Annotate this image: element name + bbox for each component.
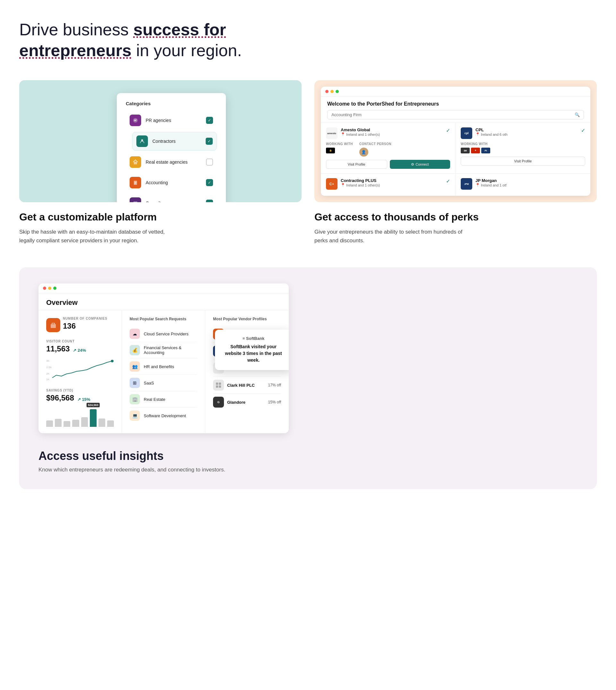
- visitor-value: 11,563: [46, 344, 70, 353]
- amesto-name: Amesto Global: [341, 127, 380, 132]
- vendor-profiles-title: Most Popular Vendor Profiles: [213, 317, 281, 321]
- insights-dot-maximize: [53, 286, 57, 290]
- feature-screenshot-right: Welcome to the PorterShed for Entreprene…: [314, 80, 597, 202]
- bar-5: [81, 417, 88, 427]
- svg-rect-2: [134, 121, 136, 121]
- svg-point-0: [133, 118, 138, 123]
- vendor-top-cpl: cpl CPL 📍 Ireland and 6 oth ✓: [461, 127, 585, 139]
- feature-desc-left: Skip the hassle with an easy-to-maintain…: [19, 228, 180, 245]
- cpl-name: CPL: [476, 127, 508, 132]
- cat-item-accounting: Accounting ✓: [126, 174, 217, 192]
- cat-check-consultancy: ✓: [206, 200, 213, 202]
- svg-text:2.5K: 2.5K: [46, 366, 52, 369]
- contracting-check: ✓: [446, 178, 450, 184]
- svg-text:1K: 1K: [46, 379, 50, 381]
- sr-label-2: Financial Services & Accounting: [144, 345, 197, 355]
- cat-label-pr: PR agencies: [146, 118, 201, 123]
- mockup-header: Welcome to the PorterShed for Entreprene…: [321, 96, 590, 123]
- insights-title: Access useful insights: [39, 449, 577, 463]
- visitor-value-row: 11,563 ↗ 24%: [46, 344, 114, 356]
- contracting-name: Contracting PLUS: [341, 178, 380, 183]
- overview-grid: NUMBER OF COMPANIES 136 VISITOR COUNT 11…: [39, 310, 289, 433]
- cpl-location: 📍 Ireland and 6 oth: [476, 132, 508, 136]
- amesto-working-label: WORKING WITH: [326, 142, 353, 146]
- dot-minimize: [330, 90, 334, 93]
- vp-logo-glandore: G: [213, 397, 224, 408]
- sr-label-1: Cloud Service Providers: [144, 331, 188, 336]
- sr-icon-5: 🏢: [130, 394, 140, 404]
- location-icon-jpmorgan: 📍: [476, 183, 480, 187]
- visitor-stat: VISITOR COUNT 11,563 ↗ 24% 3K 2.5K 2K 1K: [46, 340, 114, 385]
- tooltip-logo: ≡ SoftBank: [222, 336, 285, 341]
- amesto-logo: amesto: [326, 127, 337, 139]
- partner-logo-1: 🔒: [326, 148, 335, 153]
- visitor-label: VISITOR COUNT: [46, 340, 114, 343]
- feature-card-left: Categories PR agencies ✓ Contractors ✓: [19, 80, 302, 245]
- bar-1: [46, 421, 53, 427]
- amesto-partners: 🔒: [326, 148, 353, 153]
- tooltip-text: SoftBank visited your website 3 times in…: [222, 343, 285, 364]
- sr-item-4: ⊞ SaaS: [130, 375, 197, 391]
- cat-icon-accounting: [130, 177, 141, 188]
- svg-rect-7: [134, 183, 136, 183]
- svg-rect-4: [134, 162, 137, 164]
- savings-stat: SAVINGS (YTD) $96,568 ↗ 15% $24,563: [46, 389, 114, 427]
- overview-col-vendors: Most Popular Vendor Profiles C+ Contract…: [205, 310, 289, 433]
- amesto-visit-btn[interactable]: Visit Profile: [326, 160, 387, 169]
- dot-maximize: [336, 90, 339, 93]
- svg-point-14: [111, 360, 114, 362]
- location-icon-contracting: 📍: [341, 183, 345, 187]
- cat-check-pr: ✓: [206, 117, 213, 124]
- feature-title-right: Get access to thousands of perks: [314, 211, 597, 223]
- cat-item-pr: PR agencies ✓: [126, 111, 217, 129]
- jpmorgan-logo: JPM: [461, 178, 472, 190]
- savings-label: SAVINGS (YTD): [46, 389, 114, 392]
- savings-value: $96,568: [46, 393, 74, 403]
- bar-8: [107, 421, 114, 427]
- insights-desc: Know which entrepreneurs are redeeming d…: [39, 467, 577, 473]
- cpl-partner-2: ✦: [471, 148, 480, 153]
- insights-titlebar: [39, 283, 289, 293]
- cat-label-accounting: Accounting: [146, 180, 201, 185]
- amesto-actions: Visit Profile ⚙Connect: [326, 160, 450, 169]
- location-icon-amesto: 📍: [341, 132, 345, 136]
- cpl-visit-btn[interactable]: Visit Profile: [461, 157, 585, 166]
- insights-section: Overview NUMBER OF COMPANIES 136 VI: [19, 267, 597, 489]
- vendor-top-amesto: amesto Amesto Global 📍 Ireland and 1 oth…: [326, 127, 450, 139]
- sr-item-2: 💰 Financial Services & Accounting: [130, 342, 197, 359]
- search-placeholder-text: Accounting Firm: [331, 112, 361, 117]
- contracting-location: 📍 Ireland and 1 other(s): [341, 183, 380, 187]
- vendor-card-contracting: C+ Contracting PLUS 📍 Ireland and 1 othe…: [321, 174, 456, 196]
- overview-col-stats: NUMBER OF COMPANIES 136 VISITOR COUNT 11…: [39, 310, 122, 433]
- visitor-chart: 3K 2.5K 2K 1K: [46, 359, 114, 381]
- companies-icon: [46, 318, 60, 332]
- cat-icon-contractors: [136, 135, 148, 147]
- mockup-search[interactable]: Accounting Firm 🔍: [327, 110, 584, 120]
- sr-item-1: ☁ Cloud Service Providers: [130, 326, 197, 342]
- connect-icon: ⚙: [411, 163, 414, 167]
- companies-label: NUMBER OF COMPANIES: [63, 317, 107, 320]
- dot-close: [325, 90, 329, 93]
- sr-item-3: 👥 HR and Benefits: [130, 359, 197, 375]
- vendor-grid: amesto Amesto Global 📍 Ireland and 1 oth…: [321, 123, 590, 196]
- cat-item-consultancy: Consultancy ✓: [126, 194, 217, 202]
- vp-name-5: Glandore: [227, 400, 265, 405]
- cpl-partners: 3M ✦ Pt: [461, 148, 585, 153]
- amesto-contacts: 👤: [359, 148, 391, 157]
- insights-mockup: Overview NUMBER OF COMPANIES 136 VI: [39, 283, 289, 433]
- search-requests-list: ☁ Cloud Service Providers 💰 Financial Se…: [130, 326, 197, 424]
- cat-icon-pr: [130, 114, 141, 126]
- sr-icon-1: ☁: [130, 329, 140, 339]
- vp-name-4: Clark Hill PLC: [227, 383, 265, 388]
- cpl-actions: Visit Profile: [461, 157, 585, 166]
- hero-plain-2: in your region.: [132, 41, 242, 60]
- amesto-connect-btn[interactable]: ⚙Connect: [390, 160, 450, 169]
- bar-3: [64, 421, 70, 427]
- svg-text:3K: 3K: [46, 360, 50, 363]
- companies-stat: NUMBER OF COMPANIES 136: [46, 317, 114, 333]
- sr-icon-6: 💻: [130, 410, 140, 421]
- portershed-title: Welcome to the PorterShed for Entreprene…: [327, 101, 584, 107]
- svg-text:2K: 2K: [46, 373, 50, 375]
- vendor-top-jpmorgan: JPM JP Morgan 📍 Ireland and 1 otf: [461, 178, 585, 190]
- vendor-card-cpl: cpl CPL 📍 Ireland and 6 oth ✓ WORKING WI…: [456, 123, 590, 174]
